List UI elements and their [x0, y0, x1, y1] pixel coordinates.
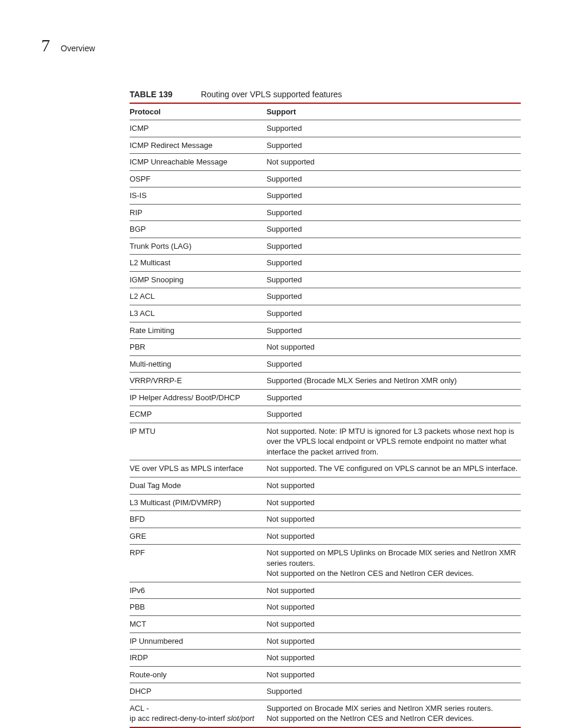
cell-support: Supported [266, 389, 521, 406]
table-row: L3 Multicast (PIM/DVMRP)Not supported [130, 494, 521, 511]
table-row: Rate LimitingSupported [130, 322, 521, 339]
cell-support: Not supported [266, 477, 521, 495]
table-row: PBRNot supported [130, 339, 521, 356]
cell-protocol: IS-IS [130, 187, 266, 205]
table-row: Trunk Ports (LAG)Supported [130, 238, 521, 255]
cell-protocol: VRRP/VRRP-E [130, 373, 266, 390]
cell-support: Not supported [266, 650, 521, 667]
cell-protocol: Trunk Ports (LAG) [130, 238, 266, 255]
table-row: IP Helper Address/ BootP/DHCPSupported [130, 389, 521, 406]
table-row: IRDPNot supported [130, 650, 521, 667]
cell-support: Not supported [266, 633, 521, 650]
table-row: DHCPSupported [130, 683, 521, 700]
cell-support: Not supported. Note: IP MTU is ignored f… [266, 423, 521, 460]
table-row: ICMP Unreachable MessageNot supported [130, 154, 521, 171]
cell-protocol: IP Helper Address/ BootP/DHCP [130, 389, 266, 406]
chapter-number: 7 [41, 35, 50, 55]
table-row: BFDNot supported [130, 511, 521, 528]
table-row: ECMPSupported [130, 406, 521, 423]
table-row: ICMP Redirect MessageSupported [130, 137, 521, 154]
table-row: L2 ACLSupported [130, 288, 521, 305]
cell-protocol: ICMP Unreachable Message [130, 154, 266, 171]
cell-protocol: DHCP [130, 683, 266, 700]
table-caption: TABLE 139 Routing over VPLS supported fe… [130, 90, 521, 99]
table-row: L3 ACLSupported [130, 305, 521, 322]
table-label: TABLE 139 [130, 90, 173, 99]
cell-protocol: GRE [130, 528, 266, 545]
col-support: Support [266, 103, 521, 120]
cell-support: Supported [266, 238, 521, 255]
cell-protocol: L3 Multicast (PIM/DVMRP) [130, 494, 266, 511]
cell-protocol: MCT [130, 615, 266, 633]
table-row: IGMP SnoopingSupported [130, 271, 521, 288]
cell-support: Not supported [266, 511, 521, 528]
table-row: IPv6Not supported [130, 582, 521, 599]
cell-protocol: PBB [130, 599, 266, 616]
cell-support: Not supported [266, 582, 521, 599]
cell-protocol: IP Unnumbered [130, 633, 266, 650]
cell-protocol: BFD [130, 511, 266, 528]
table-row: L2 MulticastSupported [130, 255, 521, 272]
table-row: RIPSupported [130, 204, 521, 221]
cell-support: Supported [266, 170, 521, 187]
col-protocol: Protocol [130, 103, 266, 120]
cell-protocol: Rate Limiting [130, 322, 266, 339]
table-row: ICMPSupported [130, 120, 521, 137]
cell-protocol: Dual Tag Mode [130, 477, 266, 495]
cell-protocol: ICMP [130, 120, 266, 137]
cell-support: Supported [266, 355, 521, 373]
cell-protocol: IGMP Snooping [130, 271, 266, 288]
table-row: Route-onlyNot supported [130, 666, 521, 683]
table-title: Routing over VPLS supported features [201, 90, 342, 99]
table-row: PBBNot supported [130, 599, 521, 616]
running-header: 7 Overview [41, 35, 521, 55]
table-row: BGPSupported [130, 221, 521, 238]
cell-protocol: Multi-netting [130, 355, 266, 373]
cell-support: Supported [266, 221, 521, 238]
cell-support: Not supported [266, 666, 521, 683]
table-row: Dual Tag ModeNot supported [130, 477, 521, 495]
cell-support: Not supported [266, 615, 521, 633]
cell-protocol: PBR [130, 339, 266, 356]
table-container: TABLE 139 Routing over VPLS supported fe… [130, 90, 521, 728]
table-row: ACL -ip acc redirect-deny-to-interf slot… [130, 700, 521, 727]
cell-support: Supported (Brocade MLX Series and NetIro… [266, 373, 521, 390]
table-row: VRRP/VRRP-ESupported (Brocade MLX Series… [130, 373, 521, 390]
cell-protocol: BGP [130, 221, 266, 238]
cell-protocol: L3 ACL [130, 305, 266, 322]
cell-protocol: ECMP [130, 406, 266, 423]
cell-support: Supported [266, 271, 521, 288]
cell-protocol: VE over VPLS as MPLS interface [130, 460, 266, 477]
cell-support: Supported [266, 322, 521, 339]
table-row: RPFNot supported on MPLS Uplinks on Broc… [130, 545, 521, 582]
table-row: IP MTUNot supported. Note: IP MTU is ign… [130, 423, 521, 460]
cell-support: Not supported [266, 494, 521, 511]
table-row: IS-ISSupported [130, 187, 521, 205]
cell-protocol: L2 ACL [130, 288, 266, 305]
cell-support: Supported [266, 288, 521, 305]
cell-support: Not supported [266, 599, 521, 616]
cell-protocol: OSPF [130, 170, 266, 187]
table-row: IP UnnumberedNot supported [130, 633, 521, 650]
features-table: Protocol Support ICMPSupportedICMP Redir… [130, 103, 521, 728]
cell-support: Supported [266, 120, 521, 137]
cell-support: Supported [266, 204, 521, 221]
cell-support: Not supported [266, 528, 521, 545]
cell-protocol: IPv6 [130, 582, 266, 599]
cell-protocol: Route-only [130, 666, 266, 683]
cell-support: Supported [266, 683, 521, 700]
cell-protocol: IRDP [130, 650, 266, 667]
cell-protocol: ICMP Redirect Message [130, 137, 266, 154]
cell-support: Not supported on MPLS Uplinks on Brocade… [266, 545, 521, 582]
cell-support: Not supported [266, 339, 521, 356]
cell-protocol: L2 Multicast [130, 255, 266, 272]
cell-support: Supported [266, 305, 521, 322]
chapter-title: Overview [61, 44, 95, 53]
cell-support: Supported [266, 137, 521, 154]
table-row: Multi-nettingSupported [130, 355, 521, 373]
cell-support: Supported on Brocade MlX series and NetI… [266, 700, 521, 727]
table-header-row: Protocol Support [130, 103, 521, 120]
table-row: VE over VPLS as MPLS interfaceNot suppor… [130, 460, 521, 477]
cell-protocol: IP MTU [130, 423, 266, 460]
table-row: OSPFSupported [130, 170, 521, 187]
